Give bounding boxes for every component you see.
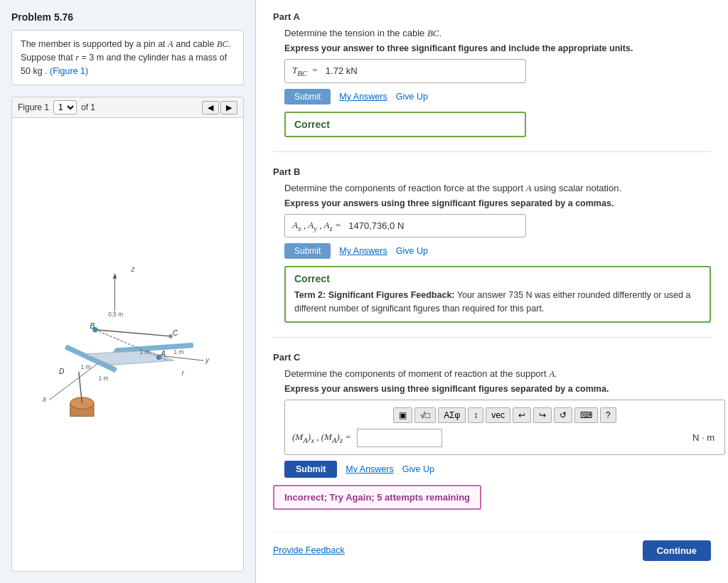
part-a-answer-prefix: TBC = [292, 65, 323, 77]
part-c-instruction: Express your answers using three signifi… [284, 384, 711, 394]
toolbar-alpha-btn[interactable]: ΑΣφ [438, 407, 466, 423]
part-a-section: Part A Determine the tension in the cabl… [273, 11, 711, 137]
svg-text:z: z [130, 266, 135, 274]
svg-text:1 m: 1 m [139, 348, 149, 355]
part-b-submit-button[interactable]: Submit [284, 243, 331, 259]
problem-description: The member is supported by a pin at A an… [11, 30, 244, 85]
figure-label: Figure 1 [18, 102, 49, 112]
part-a-title: Part A [273, 11, 711, 22]
figure-of: of 1 [81, 102, 95, 112]
part-b-my-answers-link[interactable]: My Answers [339, 246, 387, 256]
part-b-title: Part B [273, 166, 711, 177]
svg-text:y: y [204, 356, 209, 364]
part-c-section: Part C Determine the components of momen… [273, 352, 711, 517]
svg-text:0,5 m: 0,5 m [108, 311, 123, 318]
part-c-unit: N · m [692, 432, 717, 443]
math-toolbar: ▣ √□ ΑΣφ ↕ vec ↩ ↪ ↺ ⌨ ? [292, 407, 717, 423]
part-b-answer-prefix: Ax , Ay , Az = [292, 220, 346, 232]
figure-link[interactable]: (Figure 1) [50, 66, 88, 76]
toolbar-updown-btn[interactable]: ↕ [468, 407, 483, 423]
figure-container: Figure 1 1 of 1 ◀ ▶ z [11, 97, 244, 572]
svg-text:1 m: 1 m [173, 348, 183, 355]
part-c-title: Part C [273, 352, 711, 363]
part-b-answer-box: Ax , Ay , Az = 1470,736,0 N [284, 214, 526, 238]
toolbar-undo-btn[interactable]: ↩ [513, 407, 531, 423]
part-b-feedback: Term 2: Significant Figures Feedback: Yo… [294, 289, 701, 316]
part-b-correct-label: Correct [294, 273, 701, 284]
figure-prev-button[interactable]: ◀ [202, 101, 219, 114]
toolbar-redo-btn[interactable]: ↪ [533, 407, 552, 423]
figure-header: Figure 1 1 of 1 ◀ ▶ [12, 97, 243, 118]
part-a-give-up[interactable]: Give Up [396, 92, 428, 102]
part-c-submit-button[interactable]: Submit [284, 461, 337, 478]
part-a-answer-box: TBC = 1.72 kN [284, 59, 526, 83]
part-a-correct-label: Correct [294, 119, 516, 130]
svg-text:1 m: 1 m [80, 363, 90, 370]
part-c-input[interactable] [357, 429, 442, 447]
toolbar-matrix-btn[interactable]: ▣ [393, 407, 412, 423]
svg-text:D: D [59, 368, 64, 375]
part-b-give-up[interactable]: Give Up [396, 246, 428, 256]
svg-text:A: A [160, 350, 166, 358]
toolbar-sqrt-btn[interactable]: √□ [414, 407, 436, 423]
svg-text:r: r [181, 369, 184, 377]
svg-text:C: C [172, 329, 178, 337]
figure-svg: z y x [21, 259, 235, 429]
part-c-my-answers-link[interactable]: My Answers [346, 464, 393, 474]
part-a-my-answers-link[interactable]: My Answers [339, 92, 387, 102]
part-b-instruction: Express your answers using three signifi… [284, 198, 711, 208]
problem-title: Problem 5.76 [11, 11, 244, 23]
svg-text:x: x [42, 395, 47, 403]
toolbar-keyboard-btn[interactable]: ⌨ [574, 407, 598, 423]
svg-text:1 m: 1 m [98, 375, 108, 382]
svg-text:B: B [90, 322, 95, 330]
part-c-prefix: (MA)x , (MA)z = [292, 432, 351, 444]
part-b-description: Determine the components of reaction for… [284, 183, 711, 194]
math-input-row: (MA)x , (MA)z = N · m [292, 429, 717, 447]
toolbar-help-btn[interactable]: ? [600, 407, 616, 423]
part-c-answer-box: ▣ √□ ΑΣφ ↕ vec ↩ ↪ ↺ ⌨ ? (MA)x , (MA)z =… [284, 400, 725, 455]
part-a-correct-box: Correct [284, 112, 526, 137]
part-a-instruction: Express your answer to three significant… [284, 43, 711, 53]
continue-button[interactable]: Continue [643, 540, 711, 561]
toolbar-vec-btn[interactable]: vec [486, 407, 510, 423]
part-b-section: Part B Determine the components of react… [273, 166, 711, 323]
part-c-incorrect-label: Incorrect; Try Again; 5 attempts remaini… [284, 492, 470, 503]
figure-next-button[interactable]: ▶ [220, 101, 237, 114]
figure-image: z y x [12, 118, 243, 570]
figure-select[interactable]: 1 [53, 100, 77, 114]
part-a-action-row: Submit My Answers Give Up [284, 89, 711, 105]
toolbar-reset-btn[interactable]: ↺ [554, 407, 572, 423]
part-b-answer-value: 1470,736,0 N [348, 220, 404, 231]
part-b-action-row: Submit My Answers Give Up [284, 243, 711, 259]
part-a-answer-value: 1.72 kN [326, 65, 358, 76]
part-c-incorrect-box: Incorrect; Try Again; 5 attempts remaini… [273, 485, 481, 510]
part-a-submit-button[interactable]: Submit [284, 89, 331, 105]
part-b-feedback-bold: Term 2: Significant Figures Feedback: [294, 290, 455, 300]
bottom-row: Provide Feedback Continue [273, 531, 711, 561]
part-b-correct-box: Correct Term 2: Significant Figures Feed… [284, 266, 711, 323]
right-panel: Part A Determine the tension in the cabl… [256, 0, 728, 583]
provide-feedback-link[interactable]: Provide Feedback [273, 545, 345, 555]
part-c-give-up[interactable]: Give Up [402, 464, 434, 474]
part-c-action-row: Submit My Answers Give Up [284, 461, 711, 478]
part-c-description: Determine the components of moment of re… [284, 368, 711, 380]
part-a-description: Determine the tension in the cable BC. [284, 28, 711, 39]
